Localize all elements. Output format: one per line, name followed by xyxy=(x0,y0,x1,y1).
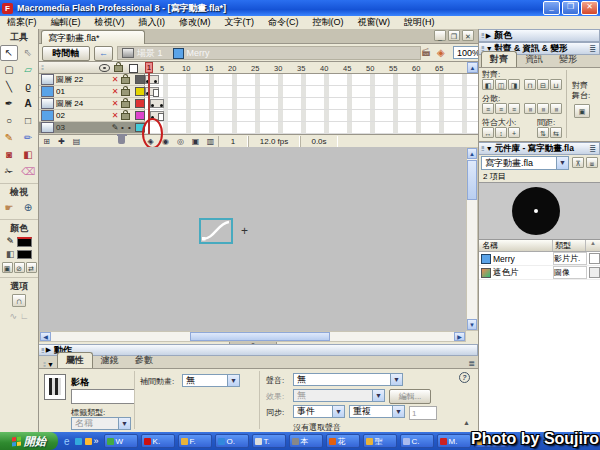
tab-align[interactable]: 對齊 xyxy=(481,51,517,67)
lock-column-icon[interactable] xyxy=(114,62,123,74)
minimize-button[interactable]: _ xyxy=(543,1,560,15)
menu-window[interactable]: 視窗(W) xyxy=(351,16,398,29)
taskbar-button[interactable]: K. xyxy=(141,434,175,448)
label-type-select[interactable]: 名稱▼ xyxy=(71,417,131,430)
keyframe-dot[interactable] xyxy=(151,104,154,107)
tab-parameters[interactable]: 參數 xyxy=(127,353,161,368)
layer-outline-chip[interactable] xyxy=(135,87,145,96)
gradient-transform-tool-icon[interactable]: ▱ xyxy=(19,62,37,78)
scroll-thumb[interactable] xyxy=(467,160,477,200)
layer-row[interactable]: 01 ✕ xyxy=(39,86,145,98)
add-motion-guide-button[interactable]: ✚ xyxy=(54,135,69,148)
delete-layer-button[interactable] xyxy=(114,136,129,146)
no-color-button[interactable]: ⊘ xyxy=(14,262,25,273)
align-left-button[interactable]: ◧ xyxy=(482,79,494,90)
layer-lock-icon[interactable] xyxy=(121,98,135,110)
layer-row[interactable]: 02 ✕ xyxy=(39,110,145,122)
breadcrumb-symbol[interactable]: Merry xyxy=(187,48,210,58)
swap-colors-button[interactable]: ⇄ xyxy=(26,262,37,273)
collapse-arrow-icon[interactable]: ▼ xyxy=(47,361,54,368)
library-document-select[interactable]: 寫字動畫.fla▼ xyxy=(481,156,569,170)
tab-properties[interactable]: 屬性 xyxy=(57,352,93,368)
end-frame-rect[interactable] xyxy=(153,89,159,97)
eraser-tool-icon[interactable]: ⌫ xyxy=(19,164,37,180)
distribute-left-button[interactable]: ≡ xyxy=(524,103,536,114)
tween-select[interactable]: 無▼ xyxy=(182,374,240,387)
frame-grid[interactable] xyxy=(145,74,478,134)
distribute-top-button[interactable]: ≡ xyxy=(482,103,494,114)
expand-arrow-icon[interactable]: ▶ xyxy=(46,346,51,354)
taskbar-button[interactable]: T. xyxy=(252,434,286,448)
quicklaunch-overflow-chevron[interactable]: » xyxy=(94,436,99,446)
distribute-right-button[interactable]: ≡ xyxy=(550,103,562,114)
timeline-ruler[interactable]: 1 5 10 15 20 25 30 35 40 45 50 55 60 65 … xyxy=(145,62,478,74)
expand-arrow-icon[interactable]: ▶ xyxy=(486,32,491,40)
menu-insert[interactable]: 插入(I) xyxy=(132,16,173,29)
selection-tool-icon[interactable]: ↖ xyxy=(0,45,18,61)
insert-layer-button[interactable]: ⊞ xyxy=(39,135,54,148)
match-both-button[interactable]: + xyxy=(508,127,520,138)
pencil-tool-icon[interactable]: ✎ xyxy=(0,130,18,146)
fill-color-swatch[interactable] xyxy=(17,250,32,259)
pen-tool-icon[interactable]: ✒ xyxy=(0,96,18,112)
tab-filters[interactable]: 濾鏡 xyxy=(93,353,127,368)
taskbar-button[interactable]: C. xyxy=(400,434,434,448)
menu-commands[interactable]: 命令(C) xyxy=(261,16,306,29)
document-tab[interactable]: 寫字動畫.fla* xyxy=(41,30,145,44)
scrollbar-piece[interactable] xyxy=(589,267,600,278)
align-bottom-button[interactable]: ⊔ xyxy=(550,79,562,90)
line-tool-icon[interactable]: ╲ xyxy=(0,79,18,95)
edit-symbol-button[interactable]: ◈ xyxy=(437,47,445,58)
layer-lock-icon[interactable] xyxy=(121,86,135,98)
tab-info[interactable]: 資訊 xyxy=(517,52,551,67)
edit-scene-button[interactable]: 🎬︎ xyxy=(421,47,431,58)
scroll-left-arrow[interactable]: ◀ xyxy=(40,332,51,341)
stage-workspace[interactable]: + xyxy=(39,147,466,331)
taskbar-button[interactable]: 聖 xyxy=(363,434,397,448)
restore-button[interactable]: ❐ xyxy=(562,1,579,15)
sort-order-icon[interactable]: ▲ xyxy=(586,240,600,251)
match-width-button[interactable]: ↔ xyxy=(482,127,494,138)
start-button[interactable]: 開始 xyxy=(0,432,58,450)
loop-select[interactable]: 重複▼ xyxy=(349,405,405,418)
scroll-right-arrow[interactable]: ▶ xyxy=(454,332,465,341)
library-panel-header[interactable]: ⁞⁞ ▼ 元件庫 - 寫字動畫.fla ≣ xyxy=(479,142,600,155)
distribute-vcenter-button[interactable]: ≡ xyxy=(495,103,507,114)
taskbar-button[interactable]: O. xyxy=(215,434,249,448)
doc-close-button[interactable]: ✕ xyxy=(462,30,474,41)
effect-edit-button[interactable]: 編輯... xyxy=(389,389,431,404)
align-right-button[interactable]: ◨ xyxy=(508,79,520,90)
library-item-row[interactable]: 遮色片 圖像 xyxy=(479,266,600,280)
taskbar-button[interactable]: F. xyxy=(178,434,212,448)
stage-v-scrollbar[interactable]: ▲ ▼ xyxy=(466,147,478,331)
menu-view[interactable]: 檢視(V) xyxy=(88,16,132,29)
distribute-bottom-button[interactable]: ≡ xyxy=(508,103,520,114)
layer-hidden-x[interactable]: ✕ xyxy=(109,111,121,120)
modify-onion-markers-button[interactable]: ▥ xyxy=(203,135,218,148)
align-vcenter-button[interactable]: ⊟ xyxy=(537,79,549,90)
scroll-down-arrow[interactable]: ▼ xyxy=(467,319,477,330)
loop-count-input[interactable] xyxy=(409,406,437,420)
doc-restore-button[interactable]: ❐ xyxy=(448,30,460,41)
frame-rate-indicator[interactable]: 12.0 fps xyxy=(248,136,300,147)
space-vertical-button[interactable]: ⇅ xyxy=(537,127,549,138)
scroll-up-arrow[interactable]: ▲ xyxy=(467,148,477,159)
layer-outline-chip[interactable] xyxy=(135,111,145,120)
match-height-button[interactable]: ↕ xyxy=(495,127,507,138)
oval-tool-icon[interactable]: ○ xyxy=(0,113,18,129)
name-column-header[interactable]: 名稱 xyxy=(479,240,553,251)
color-panel-header[interactable]: ⁞⁞ ▶ 顏色 xyxy=(479,29,600,42)
end-frame-rect[interactable] xyxy=(158,113,164,121)
effect-select[interactable]: 無▼ xyxy=(293,389,385,402)
layer-outline-chip[interactable] xyxy=(135,99,145,108)
rectangle-tool-icon[interactable]: □ xyxy=(19,113,37,129)
taskbar-button[interactable]: M. xyxy=(437,434,471,448)
close-button[interactable]: ✕ xyxy=(581,1,598,15)
layer-row[interactable]: 圖層 22 ✕ xyxy=(39,74,145,86)
snap-magnet-button[interactable]: ∩ xyxy=(12,294,26,307)
quicklaunch-icon[interactable] xyxy=(75,438,82,445)
scrollbar-piece[interactable] xyxy=(589,253,600,264)
menu-control[interactable]: 控制(O) xyxy=(306,16,351,29)
type-column-header[interactable]: 類型 xyxy=(553,240,586,251)
doc-minimize-button[interactable]: _ xyxy=(434,30,446,41)
